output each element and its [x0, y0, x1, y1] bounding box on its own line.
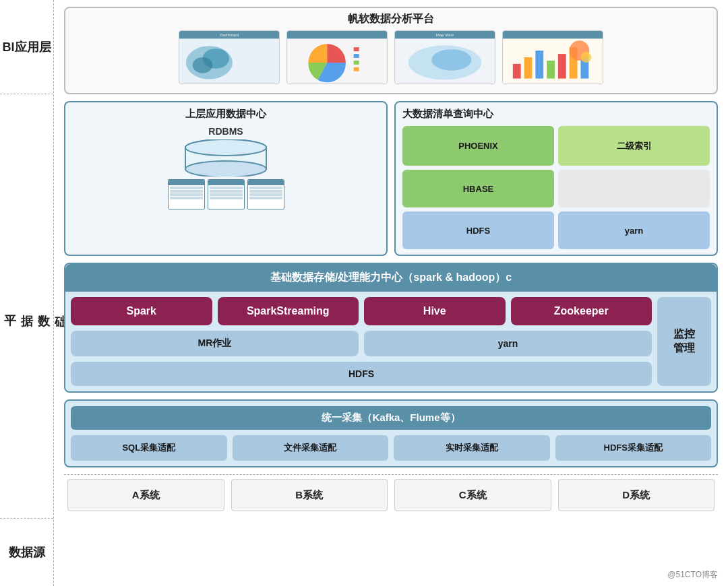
svg-rect-22 [535, 51, 543, 78]
hbase-box: HBASE [402, 170, 554, 207]
foundation-main: Spark SparkStreaming Hive Zookeeper MR作业… [71, 297, 652, 386]
collection-items: SQL采集适配 文件采集适配 实时采集适配 HDFS采集适配 [71, 435, 711, 461]
upper-app-center: 上层应用数据中心 RDBMS [64, 101, 388, 256]
collection-title: 统一采集（Kafka、Flume等） [71, 406, 711, 430]
bi-layer-label: BI应用层 [0, 0, 53, 94]
hdfs-box: HDFS [402, 211, 554, 249]
hdfs-bar: HDFS [71, 362, 652, 386]
left-labels: BI应用层 基 础 数 据 平 台 层 数据源 [0, 0, 54, 586]
svg-rect-24 [558, 54, 566, 79]
middle-section: 上层应用数据中心 RDBMS [64, 101, 718, 256]
db-tables [168, 179, 284, 209]
svg-rect-19 [503, 31, 603, 39]
collection-item-realtime: 实时采集适配 [394, 435, 550, 461]
secondary-index-box: 二级索引 [558, 126, 710, 166]
mr-yarn-row: MR作业 yarn [71, 331, 652, 356]
screenshot-pie [286, 30, 388, 84]
collection-item-hdfs: HDFS采集适配 [555, 435, 712, 461]
hive-box: Hive [364, 297, 506, 325]
yarn-box-foundation: yarn [364, 331, 652, 356]
foundation-title: 基础数据存储/处理能力中心（spark & hadoop）c [65, 264, 717, 292]
content-area: 帆软数据分析平台 Dashboard [54, 0, 728, 586]
datasource-b: B系统 [231, 479, 388, 511]
svg-rect-11 [354, 61, 359, 65]
datasource-a: A系统 [67, 479, 224, 511]
collection-item-file: 文件采集适配 [233, 435, 389, 461]
watermark: @51CTO博客 [667, 569, 718, 581]
bi-screenshots: Dashboard [179, 30, 603, 84]
bi-layer: 帆软数据分析平台 Dashboard [64, 7, 718, 94]
rdbms-container: RDBMS [168, 126, 284, 209]
collection-item-sql: SQL采集适配 [71, 435, 227, 461]
svg-point-5 [193, 57, 213, 73]
datasource-d: D系统 [558, 479, 715, 511]
svg-text:Dashboard: Dashboard [220, 33, 239, 37]
svg-rect-12 [354, 67, 359, 71]
zookeeper-box: Zookeeper [511, 297, 653, 325]
mr-box: MR作业 [71, 331, 359, 356]
datasource-row: A系统 B系统 C系统 D系统 [64, 474, 718, 511]
datasource-c: C系统 [394, 479, 551, 511]
bi-platform-title: 帆软数据分析平台 [348, 12, 434, 26]
rdbms-label: RDBMS [208, 126, 243, 137]
screenshot-map2: Map View [394, 30, 495, 84]
svg-rect-23 [547, 61, 555, 79]
screenshot-map: Dashboard [179, 30, 280, 84]
svg-text:Map View: Map View [436, 33, 454, 37]
collection-section: 统一采集（Kafka、Flume等） SQL采集适配 文件采集适配 实时采集适配… [64, 399, 718, 467]
svg-rect-7 [287, 31, 387, 39]
bigdata-query-center: 大数据清单查询中心 PHOENIX 二级索引 HBASE HDFS yarn [394, 101, 718, 256]
db-table-3 [247, 179, 284, 209]
svg-point-32 [185, 139, 266, 156]
foundation-layer-label: 基 础 数 据 平 台 层 [0, 94, 53, 519]
svg-rect-10 [354, 54, 359, 58]
main-container: BI应用层 基 础 数 据 平 台 层 数据源 帆软数据分析平台 [0, 0, 728, 586]
components-row: Spark SparkStreaming Hive Zookeeper [71, 297, 652, 325]
monitor-box: 监控 管理 [657, 297, 711, 386]
foundation-section: 基础数据存储/处理能力中心（spark & hadoop）c Spark Spa… [64, 263, 718, 393]
bigdata-query-title: 大数据清单查询中心 [402, 108, 710, 121]
spark-streaming-box: SparkStreaming [218, 297, 359, 325]
db-table-1 [168, 179, 205, 209]
foundation-content: Spark SparkStreaming Hive Zookeeper MR作业… [65, 292, 717, 391]
svg-rect-21 [524, 57, 533, 79]
svg-point-17 [431, 49, 471, 71]
svg-point-28 [580, 52, 591, 63]
svg-point-31 [185, 161, 266, 176]
screenshot-bar [502, 30, 603, 84]
spark-box: Spark [71, 297, 212, 325]
phoenix-box: PHOENIX [402, 126, 554, 166]
svg-rect-9 [354, 47, 359, 51]
datasource-layer-label: 数据源 [0, 519, 53, 586]
svg-rect-20 [513, 64, 521, 79]
upper-app-title: 上层应用数据中心 [185, 108, 266, 121]
rdbms-cylinder [172, 139, 280, 176]
db-table-2 [208, 179, 245, 209]
yarn-box: yarn [558, 211, 710, 249]
bigdata-inner: PHOENIX 二级索引 HBASE HDFS yarn [402, 126, 710, 249]
